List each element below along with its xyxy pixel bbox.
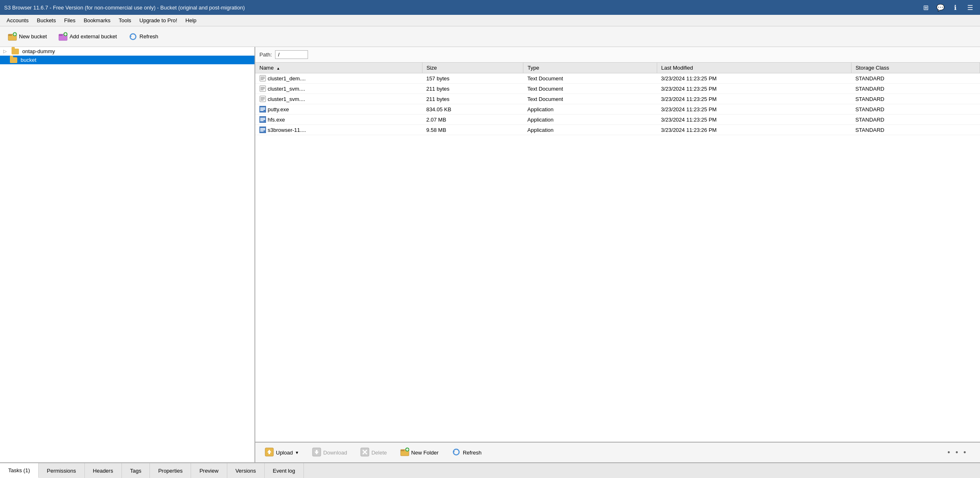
file-name: cluster1_dem.... — [268, 75, 306, 82]
menu-buckets[interactable]: Buckets — [33, 16, 60, 25]
col-header-last-modified[interactable]: Last Modified — [657, 63, 851, 73]
table-row[interactable]: cluster1_svm....211 bytesText Document3/… — [255, 84, 980, 94]
refresh-button[interactable]: Refresh — [124, 30, 163, 43]
file-last-modified: 3/23/2024 11:23:25 PM — [657, 94, 851, 104]
table-row[interactable]: hfs.exe2.07 MBApplication3/23/2024 11:23… — [255, 115, 980, 125]
svg-rect-26 — [260, 110, 264, 111]
tab-tasks--1-[interactable]: Tasks (1) — [0, 463, 39, 478]
svg-rect-37 — [268, 452, 270, 454]
file-type: Application — [523, 104, 657, 115]
file-size: 834.05 KB — [422, 104, 523, 115]
file-name: cluster1_svm.... — [268, 96, 305, 102]
sort-arrow: ▲ — [276, 66, 280, 70]
svg-rect-28 — [260, 118, 265, 119]
file-name: cluster1_svm.... — [268, 86, 305, 92]
file-name: putty.exe — [268, 106, 289, 112]
tab-tags[interactable]: Tags — [122, 463, 150, 478]
col-header-name[interactable]: Name ▲ — [255, 63, 422, 73]
file-tbody: cluster1_dem....157 bytesText Document3/… — [255, 73, 980, 135]
grid-icon[interactable]: ⊞ — [920, 3, 931, 12]
tab-properties[interactable]: Properties — [150, 463, 191, 478]
info-icon[interactable]: ℹ — [950, 3, 961, 12]
file-storage-class: STANDARD — [851, 115, 980, 125]
svg-rect-34 — [260, 131, 264, 131]
tab-headers[interactable]: Headers — [85, 463, 122, 478]
new-folder-button[interactable]: New Folder — [395, 445, 444, 460]
table-row[interactable]: cluster1_dem....157 bytesText Document3/… — [255, 73, 980, 84]
col-header-size[interactable]: Size — [422, 63, 523, 73]
tab-event-log[interactable]: Event log — [265, 463, 304, 478]
file-refresh-button[interactable]: Refresh — [446, 445, 487, 460]
main-content: ▷ ontap-dummy bucket Path: Name ▲ — [0, 47, 980, 462]
file-name-cell: hfs.exe — [255, 115, 422, 125]
tree-item-root[interactable]: ▷ ontap-dummy — [0, 47, 254, 56]
new-bucket-button[interactable]: New bucket — [3, 30, 51, 43]
file-size: 2.07 MB — [422, 115, 523, 125]
menu-help[interactable]: Help — [181, 16, 201, 25]
table-row[interactable]: s3browser-11....9.58 MBApplication3/23/2… — [255, 125, 980, 135]
left-panel: ▷ ontap-dummy bucket — [0, 47, 255, 462]
tab-preview[interactable]: Preview — [191, 463, 227, 478]
download-button[interactable]: Download — [307, 445, 352, 460]
menu-bookmarks[interactable]: Bookmarks — [79, 16, 114, 25]
file-type: Text Document — [523, 73, 657, 84]
title-text: S3 Browser 11.6.7 - Free Version (for no… — [4, 5, 245, 11]
file-storage-class: STANDARD — [851, 73, 980, 84]
file-name-cell: cluster1_svm.... — [255, 94, 422, 104]
menu-accounts[interactable]: Accounts — [2, 16, 33, 25]
file-last-modified: 3/23/2024 11:23:26 PM — [657, 125, 851, 135]
tree-bucket-label: bucket — [21, 57, 36, 63]
add-external-button[interactable]: Add external bucket — [54, 30, 121, 43]
upload-dropdown-arrow: ▼ — [295, 450, 299, 455]
path-input[interactable] — [275, 50, 308, 59]
svg-rect-29 — [260, 119, 265, 120]
file-last-modified: 3/23/2024 11:23:25 PM — [657, 84, 851, 94]
svg-rect-25 — [260, 109, 265, 110]
delete-icon — [360, 448, 369, 458]
add-external-icon — [58, 32, 68, 41]
app-file-icon — [259, 116, 266, 123]
new-bucket-icon — [8, 32, 17, 41]
table-row[interactable]: putty.exe834.05 KBApplication3/23/2024 1… — [255, 104, 980, 115]
toolbar: New bucket Add external bucket Refresh — [0, 26, 980, 47]
menu-upgrade[interactable]: Upgrade to Pro! — [135, 16, 182, 25]
file-storage-class: STANDARD — [851, 125, 980, 135]
download-label: Download — [323, 450, 347, 456]
refresh-icon — [128, 32, 138, 41]
file-refresh-icon — [452, 448, 461, 458]
folder-icon-bucket — [10, 57, 17, 63]
svg-rect-33 — [260, 129, 265, 130]
more-options-dots: • • • — [490, 448, 976, 457]
chat-icon[interactable]: 💬 — [935, 3, 946, 12]
file-size: 211 bytes — [422, 84, 523, 94]
col-header-storage-class[interactable]: Storage Class — [851, 63, 980, 73]
file-size: 9.58 MB — [422, 125, 523, 135]
tree-item-bucket[interactable]: bucket — [0, 56, 254, 64]
new-folder-label: New Folder — [411, 450, 439, 456]
svg-rect-24 — [260, 108, 265, 108]
refresh-label: Refresh — [140, 33, 159, 40]
tab-versions[interactable]: Versions — [227, 463, 265, 478]
menu-icon[interactable]: ☰ — [964, 3, 976, 12]
menu-tools[interactable]: Tools — [114, 16, 135, 25]
svg-rect-1 — [8, 34, 12, 36]
path-bar: Path: — [255, 47, 980, 63]
file-name-cell: s3browser-11.... — [255, 125, 422, 135]
delete-button[interactable]: Delete — [355, 445, 392, 460]
tab-permissions[interactable]: Permissions — [39, 463, 85, 478]
table-row[interactable]: cluster1_svm....211 bytesText Document3/… — [255, 94, 980, 104]
upload-button[interactable]: Upload ▼ — [259, 445, 304, 460]
menu-files[interactable]: Files — [60, 16, 79, 25]
title-icons: ⊞ 💬 ℹ ☰ — [920, 3, 976, 12]
svg-rect-32 — [260, 128, 265, 129]
col-header-type[interactable]: Type — [523, 63, 657, 73]
text-file-icon — [259, 96, 266, 102]
app-file-icon — [259, 127, 266, 133]
upload-label: Upload — [276, 450, 293, 456]
file-table: Name ▲ Size Type Last Modified Storage C… — [255, 63, 980, 135]
new-bucket-label: New bucket — [19, 33, 47, 40]
file-name-cell: cluster1_dem.... — [255, 73, 422, 84]
path-label: Path: — [259, 52, 272, 58]
file-type: Text Document — [523, 84, 657, 94]
download-icon — [312, 448, 321, 458]
